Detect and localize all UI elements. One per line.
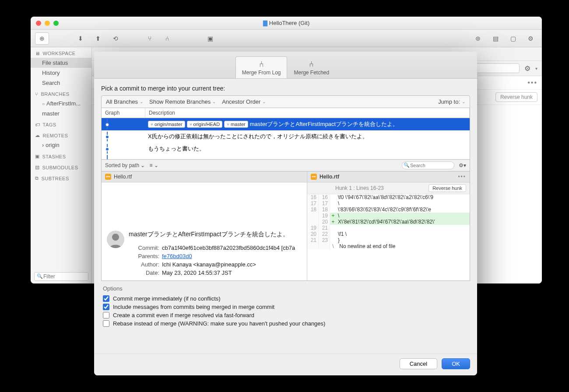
log-row-1[interactable]: X氏からの修正依頼は無かったことにされたので，オリジナル原稿に続きを書いたよ。 [102, 130, 470, 143]
log-row-1-text: X氏からの修正依頼は無かったことにされたので，オリジナル原稿に続きを書いたよ。 [148, 133, 368, 140]
log-row-3[interactable] [102, 155, 470, 159]
badge-master: ⑂master [224, 121, 248, 128]
file-name-right: Hello.rtf [320, 174, 339, 180]
sidebar-branch-master[interactable]: master [31, 108, 91, 119]
branch-icon: ⑂ [227, 122, 229, 127]
merge-modal: ⑃ Merge From Log ⑃ Merge Fetched Pick a … [94, 52, 477, 375]
jump-to[interactable]: Jump to: [438, 98, 465, 105]
gear-icon[interactable]: ⚙▾ [459, 162, 466, 168]
parents-link[interactable]: fe76bd03d0 [162, 253, 302, 259]
branch-icon: ⑂ [190, 122, 192, 127]
col-description: Description [145, 108, 470, 118]
tab-merge-fetched[interactable]: ⑃ Merge Fetched [287, 56, 336, 78]
file-status-icon: ••• [311, 174, 317, 180]
stash-button[interactable]: ▣ [203, 32, 217, 45]
remote-button[interactable]: ⊚ [471, 32, 485, 45]
log-row-2[interactable]: もうちょっと書いた。 [102, 143, 470, 155]
sidebar: 🖥 WORKSPACE File status History Search ⑂… [31, 47, 92, 284]
log-row-0[interactable]: ⑂origin/master ⑂origin/HEAD ⑂master mast… [102, 118, 470, 130]
opt-create-commit-ff[interactable]: Create a commit even if merge resolved v… [103, 311, 468, 319]
diff-line: \ No newline at end of file [307, 243, 470, 249]
opt-rebase[interactable]: Rebase instead of merge (WARNING: make s… [103, 319, 468, 328]
more-icon[interactable]: ••• [458, 174, 466, 180]
ok-button[interactable]: OK [442, 358, 470, 369]
diff-line: 1616\f0 \'94\'67\'82\'aa\'8d\'82\'82\'a2… [307, 194, 470, 200]
sidebar-branch-afterfirst[interactable]: AfterFirstIm... [31, 98, 91, 108]
push-button[interactable]: ⬆ [91, 32, 105, 45]
explorer-button[interactable]: ▢ [506, 32, 520, 45]
tag-icon: 🏷 [35, 122, 40, 127]
fetch-button[interactable]: ⟲ [109, 32, 123, 45]
checkbox-rebase[interactable] [103, 320, 109, 327]
modal-prompt: Pick a commit to merge into your current… [101, 85, 470, 92]
checkbox-commit-immediately[interactable] [103, 295, 109, 302]
subtree-icon: ⧉ [35, 175, 39, 181]
mid-toolbar: Sorted by path ⌄ ≡ ⌄ 🔍 ⚙▾ [101, 160, 470, 172]
hunk-header: Hunk 1 : Lines 16-23 Reverse hunk [307, 182, 470, 194]
branch-button[interactable]: ⑂ [143, 32, 157, 45]
more-icon[interactable]: ••• [527, 79, 537, 86]
checkbox-include-messages[interactable] [103, 304, 109, 310]
view-mode-icon[interactable]: ≡ ⌄ [149, 162, 158, 168]
sidebar-filter[interactable]: 🔍 [34, 272, 88, 281]
monitor-icon: 🖥 [35, 51, 40, 56]
author-value: Ichi Kanaya <kanaya@pineapple.cc> [162, 261, 302, 268]
diff-line: 2123} [307, 237, 470, 243]
file-header-left[interactable]: ••• Hello.rtf [102, 172, 307, 182]
sidebar-search[interactable]: Search [31, 78, 91, 88]
log-row-0-text: masterブランチとAfterFirstImpactブランチを統合したよ。 [250, 120, 398, 128]
commit-button[interactable]: ⊕ [35, 32, 49, 45]
pane-left: ••• Hello.rtf masterブランチとAfterFirstImpac… [102, 172, 307, 280]
gear-icon[interactable]: ⚙ [523, 64, 532, 73]
sidebar-submodules-header: ▧ SUBMODULES [31, 161, 91, 172]
merge-log-icon: ⑃ [242, 60, 281, 69]
diff-view: 1616\f0 \'94\'67\'82\'aa\'8d\'82\'82\'a2… [307, 194, 470, 249]
commit-message: masterブランチとAfterFirstImpactブランチを統合したよ。 [129, 231, 302, 238]
sidebar-branches-header: ⑂ BRANCHES [31, 88, 91, 98]
parents-label: Parents: [129, 253, 159, 259]
badge-origin-master: ⑂origin/master [148, 121, 185, 128]
filter-all-branches[interactable]: All Branches [106, 98, 143, 105]
search-icon: 🔍 [404, 162, 410, 168]
merge-fetched-icon: ⑃ [294, 60, 329, 69]
opt-include-messages[interactable]: Include messages from commits being merg… [103, 303, 468, 311]
sidebar-file-status[interactable]: File status [31, 58, 91, 68]
window-title: ▇HelloThere (Git) [31, 20, 542, 26]
file-header-right[interactable]: ••• Hello.rtf ••• [307, 172, 470, 182]
hunk-label: Hunk 1 : Lines 16-23 [335, 185, 384, 191]
sorted-by-path[interactable]: Sorted by path ⌄ [105, 162, 145, 168]
diff-line: 1818\'83\'66\'83\'62\'83\'4c\'82\'c9\'8f… [307, 206, 470, 213]
filter-ancestor-order[interactable]: Ancestor Order [222, 98, 266, 105]
commit-info: masterブランチとAfterFirstImpactブランチを統合したよ。 C… [102, 226, 307, 280]
options-header: Options [103, 285, 468, 292]
sidebar-remote-origin[interactable]: › origin [31, 140, 91, 150]
folder-icon: ▇ [263, 20, 267, 26]
date-value: May 23, 2020 14:55:37 JST [162, 270, 302, 276]
modal-tabs: ⑃ Merge From Log ⑃ Merge Fetched [94, 52, 477, 79]
terminal-button[interactable]: ▤ [488, 32, 502, 45]
merge-button[interactable]: ⑃ [160, 32, 174, 45]
svg-point-1 [112, 234, 119, 241]
file-name-left: Hello.rtf [114, 174, 132, 180]
sidebar-history[interactable]: History [31, 68, 91, 78]
sidebar-stashes-header: ▣ STASHES [31, 150, 91, 161]
reverse-hunk-button-bg[interactable]: Reverse hunk [495, 92, 537, 102]
log-table: Graph Description ⑂origin/master ⑂origin… [101, 108, 470, 160]
cancel-button[interactable]: Cancel [400, 358, 437, 369]
filter-show-remote[interactable]: Show Remote Branches [149, 98, 216, 105]
tab-merge-from-log[interactable]: ⑃ Merge From Log [235, 56, 288, 78]
branch-icon: ⑂ [35, 91, 39, 97]
reverse-hunk-button[interactable]: Reverse hunk [429, 184, 466, 192]
settings-button[interactable]: ⚙ [523, 32, 537, 45]
author-label: Author: [129, 261, 159, 268]
sidebar-tags-header: 🏷 TAGS [31, 119, 91, 129]
opt-commit-immediately[interactable]: Commit merge immediately (if no conflict… [103, 294, 468, 303]
pull-button[interactable]: ⬇ [74, 32, 88, 45]
checkbox-create-commit-ff[interactable] [103, 312, 109, 318]
stash-icon: ▣ [35, 154, 40, 159]
avatar [107, 231, 124, 248]
sidebar-workspace-header: 🖥 WORKSPACE [31, 47, 91, 58]
mid-search-input[interactable] [402, 161, 454, 169]
diff-line: 19+\ [307, 213, 470, 219]
log-row-2-text: もうちょっと書いた。 [148, 145, 205, 153]
